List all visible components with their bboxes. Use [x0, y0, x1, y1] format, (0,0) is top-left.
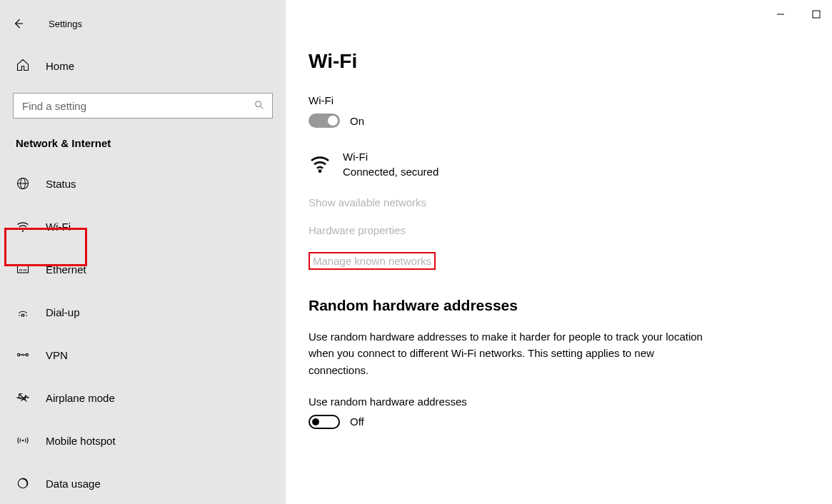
- search-box[interactable]: [13, 93, 273, 119]
- datausage-icon: [16, 476, 30, 490]
- random-addresses-toggle[interactable]: [309, 415, 340, 429]
- hotspot-icon: [16, 433, 30, 448]
- link-label: Manage known networks: [309, 252, 436, 270]
- svg-rect-7: [18, 266, 29, 273]
- search-container: [13, 93, 273, 119]
- back-button[interactable]: [4, 13, 33, 34]
- wifi-connection-name: Wi-Fi: [343, 149, 438, 164]
- sidebar-item-label: Mobile hotspot: [46, 435, 116, 447]
- sidebar-item-label: Status: [46, 178, 76, 190]
- sidebar-item-label: Airplane mode: [46, 392, 115, 404]
- minimize-icon: [776, 10, 785, 19]
- maximize-button[interactable]: [806, 7, 826, 21]
- random-toggle-label: Use random hardware addresses: [309, 395, 803, 408]
- vpn-icon: [16, 348, 30, 362]
- home-label: Home: [46, 60, 74, 72]
- show-available-networks-link[interactable]: Show available networks: [309, 196, 803, 208]
- hardware-properties-link[interactable]: Hardware properties: [309, 224, 803, 236]
- svg-point-22: [319, 169, 322, 173]
- window-controls: [771, 7, 826, 21]
- svg-point-6: [22, 231, 24, 232]
- wifi-signal-icon: [309, 152, 331, 177]
- maximize-icon: [812, 10, 821, 19]
- sidebar-item-airplane[interactable]: Airplane mode: [0, 380, 286, 415]
- svg-point-13: [19, 315, 20, 316]
- wifi-status-text: Wi-Fi Connected, secured: [343, 149, 438, 179]
- wifi-toggle-label: Wi-Fi: [309, 94, 803, 106]
- sidebar-item-vpn[interactable]: VPN: [0, 338, 286, 372]
- svg-point-18: [22, 440, 24, 442]
- sidebar-item-label: Dial-up: [46, 306, 80, 318]
- wifi-toggle-row: On: [309, 114, 803, 128]
- svg-point-1: [256, 101, 261, 106]
- sidebar-item-ethernet[interactable]: Ethernet: [0, 252, 286, 286]
- search-icon: [254, 99, 265, 113]
- sidebar-item-datausage[interactable]: Data usage: [0, 466, 286, 500]
- app-title: Settings: [49, 19, 82, 29]
- random-toggle-row: Off: [309, 415, 803, 429]
- sidebar-item-wifi[interactable]: Wi-Fi: [0, 209, 286, 243]
- random-addresses-title: Random hardware addresses: [309, 297, 803, 314]
- home-link[interactable]: Home: [0, 49, 286, 83]
- home-icon: [16, 58, 30, 74]
- nav: Status Wi-Fi Ethernet Dial-up VPN: [0, 166, 286, 500]
- svg-rect-12: [21, 314, 24, 316]
- airplane-icon: [16, 390, 30, 405]
- svg-point-15: [18, 353, 20, 356]
- wifi-toggle-state: On: [350, 115, 364, 127]
- svg-point-16: [26, 353, 28, 356]
- titlebar: Settings: [0, 7, 286, 49]
- sidebar-item-hotspot[interactable]: Mobile hotspot: [0, 423, 286, 458]
- category-heading: Network & Internet: [0, 137, 286, 166]
- svg-point-14: [26, 315, 27, 316]
- sidebar-item-label: VPN: [46, 349, 68, 361]
- sidebar-item-dialup[interactable]: Dial-up: [0, 295, 286, 329]
- page-title: Wi-Fi: [309, 50, 803, 73]
- content: Wi-Fi Wi-Fi On Wi-Fi Connected, secured …: [286, 0, 832, 504]
- manage-known-networks-link[interactable]: Manage known networks: [309, 252, 803, 270]
- ethernet-icon: [16, 262, 30, 276]
- link-label: Show available networks: [309, 196, 426, 208]
- globe-icon: [16, 176, 30, 191]
- sidebar-item-label: Wi-Fi: [46, 221, 71, 233]
- wifi-connection-status[interactable]: Wi-Fi Connected, secured: [309, 149, 803, 179]
- sidebar-item-status[interactable]: Status: [0, 166, 286, 201]
- wifi-connection-desc: Connected, secured: [343, 164, 438, 179]
- sidebar-item-label: Data usage: [46, 478, 101, 490]
- minimize-button[interactable]: [771, 7, 791, 21]
- sidebar: Settings Home Network & Internet Status …: [0, 0, 286, 504]
- dialup-icon: [16, 305, 30, 319]
- sidebar-item-label: Ethernet: [46, 263, 86, 276]
- wifi-icon: [16, 219, 30, 233]
- random-toggle-state: Off: [350, 415, 364, 428]
- random-addresses-description: Use random hardware addresses to make it…: [309, 328, 708, 378]
- wifi-toggle[interactable]: [309, 114, 340, 128]
- arrow-left-icon: [12, 17, 25, 30]
- svg-line-2: [261, 106, 263, 109]
- link-label: Hardware properties: [309, 224, 406, 236]
- svg-rect-21: [813, 11, 820, 18]
- search-input[interactable]: [21, 99, 254, 113]
